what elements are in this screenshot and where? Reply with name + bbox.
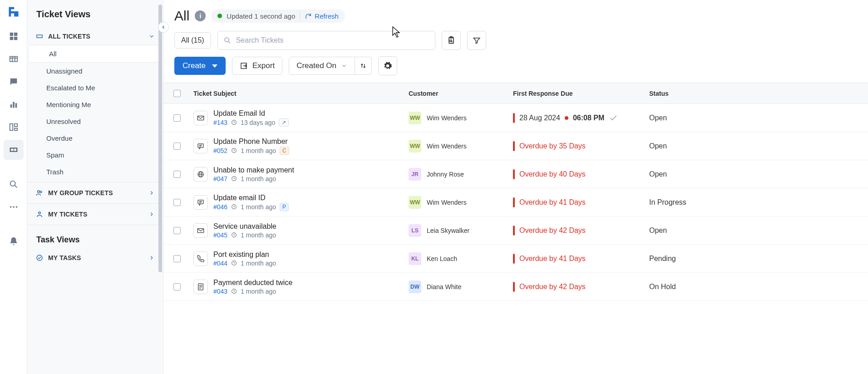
due-date: 28 Aug 2024 bbox=[519, 114, 560, 122]
ticket-subject[interactable]: Update Phone Number bbox=[213, 138, 289, 146]
row-checkbox[interactable] bbox=[173, 143, 181, 150]
collapse-sidebar-button[interactable] bbox=[158, 22, 169, 33]
sidebar-item-overdue[interactable]: Overdue bbox=[27, 130, 163, 147]
nav-search-icon[interactable] bbox=[4, 174, 24, 194]
col-status[interactable]: Status bbox=[649, 90, 722, 97]
sidebar-item-unassigned[interactable]: Unassigned bbox=[27, 63, 163, 79]
nav-table-icon[interactable] bbox=[4, 49, 24, 69]
status-cell: Open bbox=[649, 170, 722, 178]
page-title: All bbox=[174, 8, 189, 24]
ticket-id[interactable]: #043 bbox=[213, 288, 227, 295]
due-cell: Overdue by 40 Days bbox=[513, 169, 649, 179]
ticket-age: 1 month ago bbox=[241, 175, 276, 182]
ticket-id[interactable]: #052 bbox=[213, 147, 227, 154]
filter-button[interactable] bbox=[467, 31, 486, 50]
updated-text: Updated 1 second ago bbox=[227, 12, 295, 20]
ticket-id[interactable]: #143 bbox=[213, 119, 227, 126]
nav-analytics-icon[interactable] bbox=[4, 94, 24, 114]
clock-icon bbox=[231, 148, 237, 153]
customer-name[interactable]: Ken Loach bbox=[427, 255, 457, 262]
due-indicator-icon bbox=[513, 226, 515, 236]
nav-tickets-icon[interactable] bbox=[4, 140, 24, 160]
sidebar-item-trash[interactable]: Trash bbox=[27, 163, 163, 180]
customer-name[interactable]: Wim Wenders bbox=[427, 199, 467, 206]
sidebar-item-escalated[interactable]: Escalated to Me bbox=[27, 79, 163, 96]
group-my-tickets[interactable]: MY TICKETS bbox=[27, 206, 163, 223]
table-row[interactable]: Update email ID #046 1 month ago P WW Wi… bbox=[163, 188, 868, 217]
search-icon bbox=[223, 36, 232, 44]
sidebar-item-all[interactable]: All bbox=[30, 45, 160, 63]
app-logo bbox=[5, 4, 22, 20]
sort-direction-button[interactable] bbox=[355, 57, 372, 75]
customer-name[interactable]: Johnny Rose bbox=[427, 171, 464, 178]
customer-name[interactable]: Leia Skywalker bbox=[427, 227, 469, 234]
col-customer[interactable]: Customer bbox=[409, 90, 513, 97]
clipboard-search-button[interactable] bbox=[442, 31, 461, 50]
nav-chat-icon[interactable] bbox=[4, 72, 24, 92]
due-cell: Overdue by 42 Days bbox=[513, 226, 649, 236]
status-cell: Open bbox=[649, 226, 722, 235]
table-row[interactable]: Port existing plan #044 1 month ago KL K… bbox=[163, 245, 868, 273]
svg-rect-38 bbox=[198, 143, 203, 147]
ticket-subject[interactable]: Service unavailable bbox=[213, 222, 276, 231]
group-my-group-tickets[interactable]: MY GROUP TICKETS bbox=[27, 184, 163, 202]
table-row[interactable]: Unable to make payment #047 1 month ago … bbox=[163, 160, 868, 188]
sidebar-item-unresolved[interactable]: Unresolved bbox=[27, 113, 163, 130]
nav-layout-icon[interactable] bbox=[4, 117, 24, 137]
table-row[interactable]: Payment deducted twice #043 1 month ago … bbox=[163, 273, 868, 301]
customer-name[interactable]: Wim Wenders bbox=[427, 114, 467, 122]
customer-name[interactable]: Diana White bbox=[427, 283, 461, 290]
sidebar-item-spam[interactable]: Spam bbox=[27, 147, 163, 163]
ticket-subject[interactable]: Update email ID bbox=[213, 194, 289, 202]
ticket-subject[interactable]: Unable to make payment bbox=[213, 166, 294, 174]
customer-name[interactable]: Wim Wenders bbox=[427, 143, 467, 150]
due-indicator-icon bbox=[513, 254, 515, 264]
ticket-id[interactable]: #047 bbox=[213, 175, 227, 182]
channel-icon bbox=[193, 280, 208, 294]
row-checkbox[interactable] bbox=[173, 255, 181, 262]
table-row[interactable]: Update Email Id #143 13 days ago ↗ WW Wi… bbox=[163, 104, 868, 132]
ticket-id[interactable]: #044 bbox=[213, 260, 227, 267]
settings-button[interactable] bbox=[378, 56, 397, 75]
row-checkbox[interactable] bbox=[173, 114, 181, 122]
ticket-id[interactable]: #045 bbox=[213, 231, 227, 239]
sidebar-item-mentioning[interactable]: Mentioning Me bbox=[27, 96, 163, 113]
status-cell: Open bbox=[649, 114, 722, 122]
export-button[interactable]: Export bbox=[232, 57, 282, 75]
avatar: JR bbox=[409, 168, 421, 181]
group-all-tickets[interactable]: ALL TICKETS bbox=[27, 28, 163, 45]
sidebar-scrollbar[interactable] bbox=[158, 5, 162, 272]
clock-icon bbox=[231, 288, 237, 294]
row-checkbox[interactable] bbox=[173, 171, 181, 178]
filter-chip-all[interactable]: All (15) bbox=[174, 32, 211, 49]
subject-cell: Update Phone Number #052 1 month ago C bbox=[191, 138, 409, 155]
row-checkbox[interactable] bbox=[173, 199, 181, 206]
row-checkbox[interactable] bbox=[173, 227, 181, 234]
nav-dashboard-icon[interactable] bbox=[4, 26, 24, 46]
group-my-tasks[interactable]: MY TASKS bbox=[27, 249, 163, 266]
info-icon[interactable]: i bbox=[195, 10, 206, 21]
refresh-button[interactable]: Refresh bbox=[305, 12, 339, 20]
gear-icon bbox=[383, 61, 392, 70]
col-subject[interactable]: Ticket Subject bbox=[191, 90, 409, 97]
create-button[interactable]: Create bbox=[174, 57, 226, 75]
table-row[interactable]: Service unavailable #045 1 month ago LS … bbox=[163, 217, 868, 245]
avatar: WW bbox=[409, 112, 421, 124]
ticket-id[interactable]: #046 bbox=[213, 203, 227, 211]
channel-icon bbox=[193, 251, 208, 266]
select-all-checkbox[interactable] bbox=[173, 90, 181, 97]
ticket-subject[interactable]: Update Email Id bbox=[213, 109, 289, 118]
ticket-subject[interactable]: Payment deducted twice bbox=[213, 279, 292, 287]
channel-icon bbox=[193, 195, 208, 210]
row-checkbox[interactable] bbox=[173, 283, 181, 290]
clock-icon bbox=[231, 204, 237, 210]
svg-point-23 bbox=[39, 212, 41, 214]
nav-more-icon[interactable] bbox=[4, 197, 24, 217]
table-row[interactable]: Update Phone Number #052 1 month ago C W… bbox=[163, 132, 868, 160]
ticket-subject[interactable]: Port existing plan bbox=[213, 251, 276, 259]
search-input[interactable] bbox=[236, 36, 429, 44]
col-due[interactable]: First Response Due bbox=[513, 90, 649, 97]
sort-field-button[interactable]: Created On bbox=[289, 57, 355, 75]
svg-rect-3 bbox=[10, 37, 13, 40]
nav-notifications-icon[interactable] bbox=[4, 231, 24, 251]
